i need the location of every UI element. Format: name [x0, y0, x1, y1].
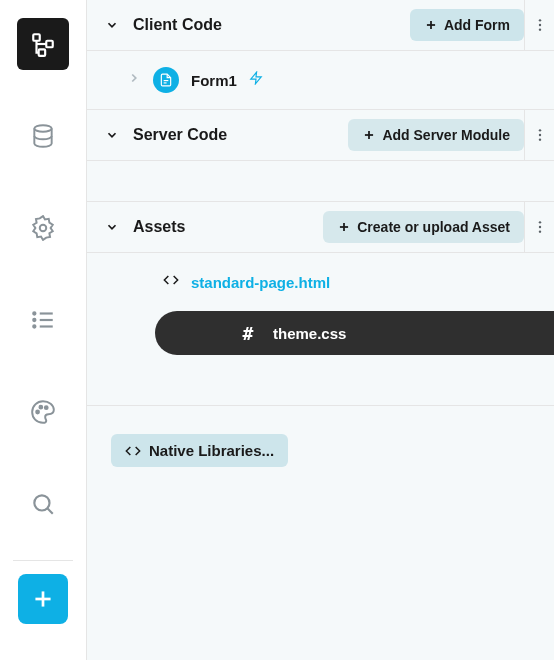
- svg-rect-0: [33, 34, 40, 41]
- svg-point-7: [33, 319, 35, 321]
- plus-icon: [424, 18, 438, 32]
- svg-point-20: [538, 19, 540, 21]
- hierarchy-icon: [30, 31, 56, 57]
- create-upload-asset-label: Create or upload Asset: [357, 219, 510, 235]
- create-upload-asset-button[interactable]: Create or upload Asset: [323, 211, 524, 243]
- asset-html-filename: standard-page.html: [191, 274, 330, 291]
- svg-rect-2: [39, 49, 46, 56]
- add-server-module-label: Add Server Module: [382, 127, 510, 143]
- form-icon: [153, 67, 179, 93]
- svg-point-4: [40, 225, 47, 232]
- client-item-form1[interactable]: Form1: [87, 51, 554, 109]
- nav-list[interactable]: [17, 294, 69, 346]
- svg-point-35: [538, 230, 540, 232]
- svg-point-5: [33, 312, 35, 314]
- collapse-toggle-server[interactable]: [103, 126, 121, 144]
- section-title: Assets: [133, 218, 311, 236]
- section-server-code: Server Code Add Server Module: [87, 110, 554, 202]
- form-actions-icon[interactable]: [249, 71, 263, 89]
- bottom-area: Native Libraries...: [87, 406, 554, 467]
- svg-point-11: [36, 411, 39, 414]
- asset-css-filename: theme.css: [273, 325, 346, 342]
- native-libraries-label: Native Libraries...: [149, 442, 274, 459]
- dots-vertical-icon: [532, 219, 548, 235]
- plus-icon: [362, 128, 376, 142]
- svg-marker-25: [251, 72, 262, 84]
- dots-vertical-icon: [532, 17, 548, 33]
- chevron-down-icon: [105, 18, 119, 32]
- gear-icon: [30, 215, 56, 241]
- database-icon: [30, 123, 56, 149]
- chevron-down-icon: [105, 128, 119, 142]
- collapse-toggle-assets[interactable]: [103, 218, 121, 236]
- server-empty-body: [87, 161, 554, 201]
- svg-point-14: [34, 495, 49, 510]
- nav-app-structure[interactable]: [17, 18, 69, 70]
- sidebar-divider: [13, 560, 73, 561]
- lightning-icon: [249, 71, 263, 85]
- svg-point-12: [39, 406, 42, 409]
- add-form-label: Add Form: [444, 17, 510, 33]
- hash-icon: #: [237, 323, 259, 344]
- svg-point-22: [538, 28, 540, 30]
- section-title: Client Code: [133, 16, 398, 34]
- list-icon: [30, 307, 56, 333]
- svg-rect-1: [46, 41, 53, 48]
- nav-database[interactable]: [17, 110, 69, 162]
- collapse-toggle-client[interactable]: [103, 16, 121, 34]
- asset-item-html[interactable]: standard-page.html: [87, 253, 554, 311]
- expand-form1[interactable]: [127, 71, 141, 89]
- code-brackets-icon: [163, 272, 179, 288]
- asset-item-css-selected[interactable]: # theme.css: [155, 311, 554, 355]
- svg-point-9: [33, 325, 35, 327]
- section-menu-client[interactable]: [524, 0, 554, 50]
- svg-point-33: [538, 221, 540, 223]
- plus-icon: [30, 586, 56, 612]
- form1-label: Form1: [191, 72, 237, 89]
- section-menu-assets[interactable]: [524, 202, 554, 252]
- native-libraries-button[interactable]: Native Libraries...: [111, 434, 288, 467]
- code-brackets-icon: [125, 443, 141, 459]
- form-document-icon: [159, 73, 173, 87]
- nav-sidebar: [0, 0, 86, 660]
- svg-point-3: [34, 125, 51, 132]
- search-icon: [30, 491, 56, 517]
- nav-add[interactable]: [18, 574, 68, 624]
- add-form-button[interactable]: Add Form: [410, 9, 524, 41]
- svg-point-13: [45, 406, 48, 409]
- chevron-right-icon: [127, 71, 141, 85]
- nav-settings[interactable]: [17, 202, 69, 254]
- palette-icon: [30, 399, 56, 425]
- svg-line-15: [47, 508, 52, 513]
- svg-point-28: [538, 129, 540, 131]
- nav-theme[interactable]: [17, 386, 69, 438]
- section-menu-server[interactable]: [524, 110, 554, 160]
- section-title: Server Code: [133, 126, 336, 144]
- section-client-code: Client Code Add Form: [87, 0, 554, 110]
- chevron-down-icon: [105, 220, 119, 234]
- nav-search[interactable]: [17, 478, 69, 530]
- code-icon: [163, 272, 179, 292]
- section-assets: Assets Create or upload Asset st: [87, 202, 554, 406]
- dots-vertical-icon: [532, 127, 548, 143]
- add-server-module-button[interactable]: Add Server Module: [348, 119, 524, 151]
- svg-point-29: [538, 134, 540, 136]
- plus-icon: [337, 220, 351, 234]
- svg-point-30: [538, 138, 540, 140]
- svg-point-34: [538, 226, 540, 228]
- svg-point-21: [538, 24, 540, 26]
- main-panel: Client Code Add Form: [86, 0, 554, 660]
